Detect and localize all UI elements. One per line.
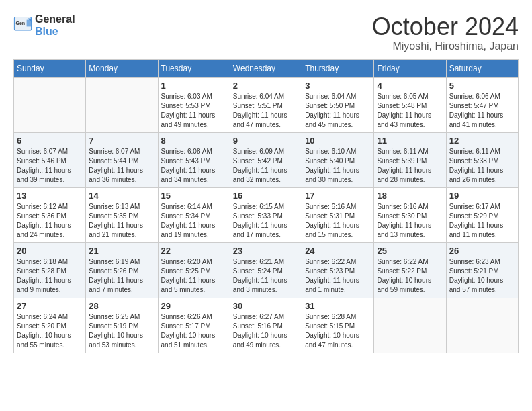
calendar-table: SundayMondayTuesdayWednesdayThursdayFrid…: [13, 59, 519, 353]
day-info: Sunrise: 6:22 AM Sunset: 5:23 PM Dayligh…: [305, 257, 371, 295]
calendar-cell: 28Sunrise: 6:25 AM Sunset: 5:19 PM Dayli…: [86, 298, 158, 353]
day-number: 2: [233, 81, 299, 91]
day-info: Sunrise: 6:04 AM Sunset: 5:51 PM Dayligh…: [233, 92, 299, 130]
logo: Gen General Blue: [13, 13, 75, 38]
calendar-cell: 15Sunrise: 6:14 AM Sunset: 5:34 PM Dayli…: [158, 187, 230, 242]
calendar-cell: 7Sunrise: 6:07 AM Sunset: 5:44 PM Daylig…: [86, 132, 158, 187]
day-info: Sunrise: 6:26 AM Sunset: 5:17 PM Dayligh…: [161, 312, 227, 350]
day-number: 19: [449, 191, 515, 201]
calendar-cell: 1Sunrise: 6:03 AM Sunset: 5:53 PM Daylig…: [158, 77, 230, 132]
weekday-header-thursday: Thursday: [302, 59, 374, 77]
calendar-cell: [14, 77, 86, 132]
day-info: Sunrise: 6:19 AM Sunset: 5:26 PM Dayligh…: [89, 257, 154, 295]
day-number: 7: [89, 136, 154, 146]
day-number: 22: [161, 246, 227, 256]
day-info: Sunrise: 6:16 AM Sunset: 5:30 PM Dayligh…: [377, 202, 443, 240]
calendar-cell: 24Sunrise: 6:22 AM Sunset: 5:23 PM Dayli…: [302, 242, 374, 298]
day-info: Sunrise: 6:15 AM Sunset: 5:33 PM Dayligh…: [233, 202, 299, 240]
day-info: Sunrise: 6:11 AM Sunset: 5:38 PM Dayligh…: [449, 147, 515, 185]
day-info: Sunrise: 6:13 AM Sunset: 5:35 PM Dayligh…: [89, 202, 154, 240]
day-info: Sunrise: 6:27 AM Sunset: 5:16 PM Dayligh…: [233, 312, 299, 350]
day-info: Sunrise: 6:20 AM Sunset: 5:25 PM Dayligh…: [161, 257, 227, 295]
svg-text:Gen: Gen: [16, 21, 26, 26]
logo-text: General Blue: [35, 13, 75, 38]
day-number: 30: [233, 301, 299, 311]
day-info: Sunrise: 6:23 AM Sunset: 5:21 PM Dayligh…: [449, 257, 515, 295]
day-info: Sunrise: 6:14 AM Sunset: 5:34 PM Dayligh…: [161, 202, 227, 240]
calendar-cell: 21Sunrise: 6:19 AM Sunset: 5:26 PM Dayli…: [86, 242, 158, 298]
calendar-cell: 2Sunrise: 6:04 AM Sunset: 5:51 PM Daylig…: [230, 77, 302, 132]
calendar-cell: 20Sunrise: 6:18 AM Sunset: 5:28 PM Dayli…: [14, 242, 86, 298]
day-info: Sunrise: 6:24 AM Sunset: 5:20 PM Dayligh…: [17, 312, 83, 350]
calendar-cell: 14Sunrise: 6:13 AM Sunset: 5:35 PM Dayli…: [86, 187, 158, 242]
day-info: Sunrise: 6:16 AM Sunset: 5:31 PM Dayligh…: [305, 202, 371, 240]
calendar-cell: 6Sunrise: 6:07 AM Sunset: 5:46 PM Daylig…: [14, 132, 86, 187]
weekday-header-friday: Friday: [374, 59, 446, 77]
calendar-cell: 29Sunrise: 6:26 AM Sunset: 5:17 PM Dayli…: [158, 298, 230, 353]
day-info: Sunrise: 6:22 AM Sunset: 5:22 PM Dayligh…: [377, 257, 443, 295]
location-title: Miyoshi, Hiroshima, Japan: [372, 40, 519, 52]
day-number: 16: [233, 191, 299, 201]
day-number: 18: [377, 191, 443, 201]
day-number: 17: [305, 191, 371, 201]
calendar-cell: 27Sunrise: 6:24 AM Sunset: 5:20 PM Dayli…: [14, 298, 86, 353]
day-number: 23: [233, 246, 299, 256]
weekday-header-wednesday: Wednesday: [230, 59, 302, 77]
day-info: Sunrise: 6:21 AM Sunset: 5:24 PM Dayligh…: [233, 257, 299, 295]
calendar-week-row: 6Sunrise: 6:07 AM Sunset: 5:46 PM Daylig…: [14, 132, 519, 187]
logo-icon: Gen: [13, 16, 32, 35]
day-number: 26: [449, 246, 515, 256]
day-number: 11: [377, 136, 443, 146]
calendar-cell: 19Sunrise: 6:17 AM Sunset: 5:29 PM Dayli…: [446, 187, 518, 242]
day-number: 29: [161, 301, 227, 311]
day-info: Sunrise: 6:12 AM Sunset: 5:36 PM Dayligh…: [17, 202, 83, 240]
day-info: Sunrise: 6:03 AM Sunset: 5:53 PM Dayligh…: [161, 92, 227, 130]
day-number: 14: [89, 191, 154, 201]
day-info: Sunrise: 6:04 AM Sunset: 5:50 PM Dayligh…: [305, 92, 371, 130]
day-number: 21: [89, 246, 154, 256]
day-info: Sunrise: 6:18 AM Sunset: 5:28 PM Dayligh…: [17, 257, 83, 295]
calendar-week-row: 1Sunrise: 6:03 AM Sunset: 5:53 PM Daylig…: [14, 77, 519, 132]
calendar-cell: 23Sunrise: 6:21 AM Sunset: 5:24 PM Dayli…: [230, 242, 302, 298]
calendar-cell: 3Sunrise: 6:04 AM Sunset: 5:50 PM Daylig…: [302, 77, 374, 132]
calendar-cell: [446, 298, 518, 353]
calendar-header-row: SundayMondayTuesdayWednesdayThursdayFrid…: [14, 59, 519, 77]
day-info: Sunrise: 6:06 AM Sunset: 5:47 PM Dayligh…: [449, 92, 515, 130]
calendar-cell: [374, 298, 446, 353]
calendar-cell: 31Sunrise: 6:28 AM Sunset: 5:15 PM Dayli…: [302, 298, 374, 353]
day-number: 28: [89, 301, 154, 311]
calendar-cell: 9Sunrise: 6:09 AM Sunset: 5:42 PM Daylig…: [230, 132, 302, 187]
calendar-cell: 11Sunrise: 6:11 AM Sunset: 5:39 PM Dayli…: [374, 132, 446, 187]
calendar-week-row: 20Sunrise: 6:18 AM Sunset: 5:28 PM Dayli…: [14, 242, 519, 298]
day-number: 5: [449, 81, 515, 91]
weekday-header-monday: Monday: [86, 59, 158, 77]
day-number: 9: [233, 136, 299, 146]
day-number: 10: [305, 136, 371, 146]
weekday-header-tuesday: Tuesday: [158, 59, 230, 77]
day-number: 24: [305, 246, 371, 256]
day-info: Sunrise: 6:09 AM Sunset: 5:42 PM Dayligh…: [233, 147, 299, 185]
day-number: 27: [17, 301, 83, 311]
calendar-cell: 5Sunrise: 6:06 AM Sunset: 5:47 PM Daylig…: [446, 77, 518, 132]
day-number: 6: [17, 136, 83, 146]
calendar-cell: [86, 77, 158, 132]
calendar-cell: 30Sunrise: 6:27 AM Sunset: 5:16 PM Dayli…: [230, 298, 302, 353]
calendar-cell: 26Sunrise: 6:23 AM Sunset: 5:21 PM Dayli…: [446, 242, 518, 298]
month-title: October 2024: [372, 13, 519, 40]
calendar-cell: 25Sunrise: 6:22 AM Sunset: 5:22 PM Dayli…: [374, 242, 446, 298]
day-number: 15: [161, 191, 227, 201]
day-number: 3: [305, 81, 371, 91]
day-info: Sunrise: 6:10 AM Sunset: 5:40 PM Dayligh…: [305, 147, 371, 185]
day-number: 13: [17, 191, 83, 201]
day-number: 20: [17, 246, 83, 256]
calendar-cell: 12Sunrise: 6:11 AM Sunset: 5:38 PM Dayli…: [446, 132, 518, 187]
day-number: 8: [161, 136, 227, 146]
calendar-week-row: 27Sunrise: 6:24 AM Sunset: 5:20 PM Dayli…: [14, 298, 519, 353]
day-number: 4: [377, 81, 443, 91]
day-info: Sunrise: 6:07 AM Sunset: 5:44 PM Dayligh…: [89, 147, 154, 185]
calendar-cell: 8Sunrise: 6:08 AM Sunset: 5:43 PM Daylig…: [158, 132, 230, 187]
weekday-header-saturday: Saturday: [446, 59, 518, 77]
day-number: 31: [305, 301, 371, 311]
day-info: Sunrise: 6:08 AM Sunset: 5:43 PM Dayligh…: [161, 147, 227, 185]
page-header: Gen General Blue October 2024 Miyoshi, H…: [13, 13, 519, 52]
